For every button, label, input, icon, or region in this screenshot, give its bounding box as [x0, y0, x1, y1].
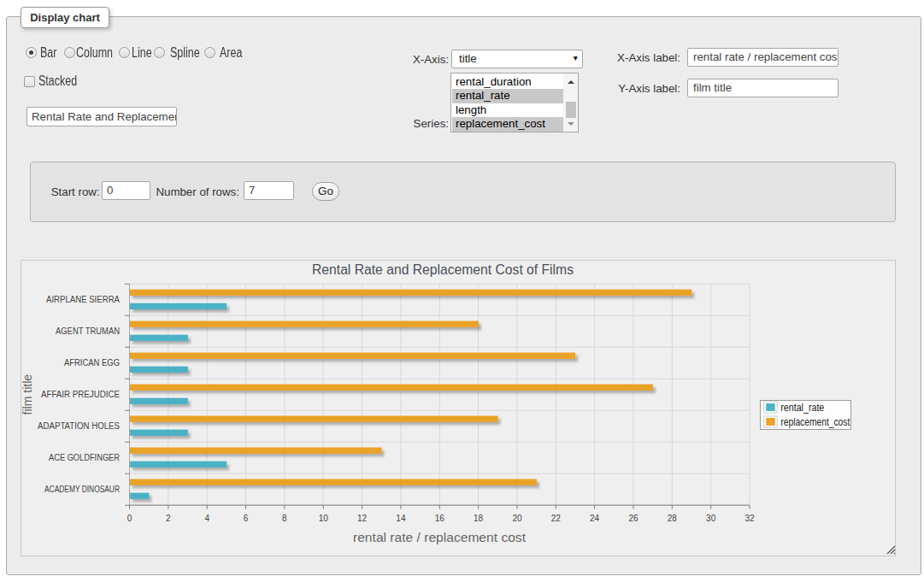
- svg-text:Rental Rate and Replacement Co: Rental Rate and Replacement Cost of Film…: [312, 262, 574, 277]
- svg-text:16: 16: [435, 514, 445, 523]
- svg-text:ACE GOLDFINGER: ACE GOLDFINGER: [49, 453, 120, 462]
- svg-text:ACADEMY DINOSAUR: ACADEMY DINOSAUR: [44, 485, 120, 494]
- svg-text:12: 12: [357, 514, 368, 523]
- svg-text:26: 26: [628, 514, 639, 523]
- svg-text:2: 2: [166, 514, 171, 523]
- svg-text:20: 20: [512, 514, 522, 523]
- svg-text:32: 32: [744, 514, 755, 523]
- svg-text:4: 4: [204, 514, 209, 523]
- svg-text:8: 8: [282, 514, 287, 523]
- svg-text:24: 24: [590, 514, 600, 523]
- svg-text:rental rate / replacement cost: rental rate / replacement cost: [353, 531, 526, 544]
- svg-text:ADAPTATION HOLES: ADAPTATION HOLES: [38, 421, 120, 431]
- svg-text:28: 28: [668, 514, 678, 523]
- svg-text:6: 6: [244, 514, 249, 523]
- svg-text:10: 10: [319, 514, 329, 523]
- svg-text:AFFAIR PREJUDICE: AFFAIR PREJUDICE: [41, 390, 120, 399]
- svg-text:22: 22: [551, 514, 562, 523]
- svg-text:14: 14: [396, 514, 406, 523]
- svg-text:AFRICAN EGG: AFRICAN EGG: [64, 358, 120, 367]
- svg-text:18: 18: [474, 514, 484, 523]
- svg-text:0: 0: [127, 514, 132, 523]
- svg-text:rental_rate: rental_rate: [780, 402, 824, 414]
- svg-text:AGENT TRUMAN: AGENT TRUMAN: [56, 326, 120, 336]
- svg-text:replacement_cost: replacement_cost: [780, 416, 850, 428]
- svg-text:30: 30: [706, 514, 716, 523]
- svg-text:AIRPLANE SIERRA: AIRPLANE SIERRA: [46, 295, 120, 304]
- svg-text:film title: film title: [21, 374, 34, 415]
